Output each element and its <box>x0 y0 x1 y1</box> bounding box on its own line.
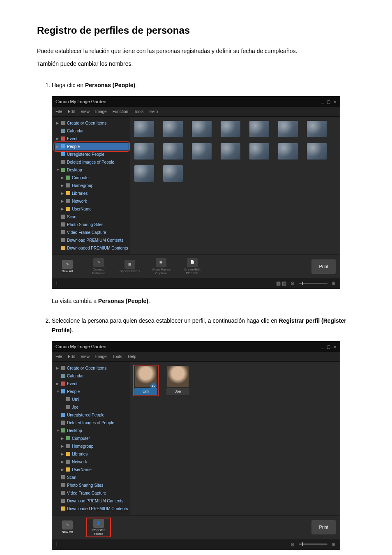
thumbnail[interactable] <box>163 121 183 137</box>
sidebar-username[interactable]: ▶UserName <box>55 466 129 474</box>
menu-tools[interactable]: Tools <box>134 108 143 115</box>
info-icon[interactable]: i <box>56 540 58 548</box>
menu-image[interactable]: Image <box>95 353 107 360</box>
zoom-in-icon[interactable]: ⊕ <box>332 540 336 548</box>
menu-image[interactable]: Image <box>95 108 107 115</box>
zoom-out-icon[interactable]: ⊖ <box>291 279 295 287</box>
sidebar-people[interactable]: ▼People <box>55 388 129 395</box>
sidebar-dled-premium[interactable]: Downloaded PREMIUM Contents <box>55 244 129 252</box>
zoom-slider[interactable] <box>299 543 327 545</box>
video-frame-button[interactable]: ▣ Video Frame Capture <box>150 258 172 275</box>
menu-edit[interactable]: Edit <box>68 108 75 115</box>
menubar[interactable]: File Edit View Image Tools Help <box>52 352 340 362</box>
sidebar-people[interactable]: ▶People <box>55 143 129 150</box>
menu-edit[interactable]: Edit <box>68 353 75 360</box>
close-icon[interactable]: ✕ <box>333 345 337 349</box>
sidebar-dl-premium[interactable]: Download PREMIUM Contents <box>55 497 129 505</box>
person-card-umi[interactable]: 10 Umi <box>134 366 157 395</box>
print-button[interactable]: Print <box>311 520 336 534</box>
thumbnail[interactable] <box>249 121 269 137</box>
thumbnail[interactable] <box>221 143 240 160</box>
minimize-icon[interactable]: _ <box>321 345 324 349</box>
sidebar-video-frame[interactable]: Video Frame Capture <box>55 229 129 236</box>
thumbnail[interactable] <box>163 165 183 182</box>
thumbnail[interactable] <box>134 165 154 182</box>
window-controls[interactable]: _ ▢ ✕ <box>320 98 337 106</box>
thumbnail[interactable] <box>134 143 154 160</box>
correct-enhance-button[interactable]: ✎ Correct/ Enhance <box>88 258 110 275</box>
sidebar-desktop[interactable]: ▼Desktop <box>55 427 129 435</box>
person-card-joe[interactable]: Joe <box>166 366 189 395</box>
sidebar-desktop[interactable]: ▼Desktop <box>55 166 129 174</box>
minimize-icon[interactable]: _ <box>321 99 324 104</box>
sidebar-deleted-people[interactable]: Deleted Images of People <box>55 158 129 166</box>
sidebar-person-joe[interactable]: Joe <box>55 403 129 411</box>
sidebar-homegroup[interactable]: ▶Homegroup <box>55 182 129 190</box>
zoom-in-icon[interactable]: ⊕ <box>332 279 336 287</box>
sidebar-unregistered-people[interactable]: Unregistered People <box>55 150 129 158</box>
thumbnail[interactable] <box>249 143 269 160</box>
people-grid[interactable]: 10 Umi Joe <box>134 366 336 395</box>
menu-file[interactable]: File <box>55 108 62 115</box>
menu-view[interactable]: View <box>81 108 90 115</box>
thumbnail[interactable] <box>163 143 183 160</box>
thumbnail[interactable] <box>278 121 298 137</box>
sidebar-dl-premium[interactable]: Download PREMIUM Contents <box>55 236 129 244</box>
sidebar-username[interactable]: ▶UserName <box>55 205 129 213</box>
special-filters-button[interactable]: ▦ Special Filters <box>119 260 141 273</box>
info-icon[interactable]: i <box>56 279 58 287</box>
menu-help[interactable]: Help <box>128 353 136 360</box>
sidebar-homegroup[interactable]: ▶Homegroup <box>55 442 129 450</box>
menu-function[interactable]: Function <box>113 108 128 115</box>
sidebar-person-umi[interactable]: Umi <box>55 395 129 403</box>
sidebar-network[interactable]: ▶Network <box>55 458 129 466</box>
thumbnail[interactable] <box>278 143 298 160</box>
sidebar-calendar[interactable]: Calendar <box>55 127 129 135</box>
view-mode-icon[interactable]: ▦ ▤ <box>276 279 286 287</box>
sidebar-dled-premium[interactable]: Downloaded PREMIUM Contents <box>55 505 129 513</box>
sidebar-create-open[interactable]: ▶Create or Open Items <box>55 119 129 127</box>
thumbnail-grid[interactable] <box>134 121 336 182</box>
sidebar-photo-sharing[interactable]: Photo Sharing Sites <box>55 481 129 489</box>
homegroup-icon <box>66 444 70 448</box>
sidebar-event[interactable]: ▶Event <box>55 135 129 143</box>
menu-tools[interactable]: Tools <box>113 353 122 360</box>
thumbnail[interactable] <box>192 143 212 160</box>
create-pdf-button[interactable]: 📄 Create/Edit PDF File <box>181 258 203 275</box>
sidebar-calendar[interactable]: Calendar <box>55 372 129 380</box>
register-profile-button[interactable]: 👤 Register Profile <box>88 519 110 536</box>
sidebar-deleted-people[interactable]: Deleted Images of People <box>55 419 129 427</box>
sidebar-video-frame[interactable]: Video Frame Capture <box>55 489 129 497</box>
thumbnail[interactable] <box>134 121 154 137</box>
zoom-slider[interactable] <box>299 283 327 284</box>
sidebar-computer[interactable]: ▶Computer <box>55 435 129 442</box>
sidebar-computer[interactable]: ▶Computer <box>55 174 129 182</box>
close-icon[interactable]: ✕ <box>333 99 337 104</box>
sidebar-scan[interactable]: Scan <box>55 213 129 221</box>
sidebar-libraries[interactable]: ▶Libraries <box>55 450 129 458</box>
sidebar-create-open[interactable]: ▶Create or Open Items <box>55 364 129 372</box>
menu-view[interactable]: View <box>81 353 90 360</box>
sidebar[interactable]: ▶Create or Open Items Calendar ▶Event ▼P… <box>52 362 130 515</box>
thumbnail[interactable] <box>221 121 240 137</box>
thumbnail[interactable] <box>307 143 327 160</box>
menu-help[interactable]: Help <box>149 108 158 115</box>
sidebar-libraries[interactable]: ▶Libraries <box>55 190 129 197</box>
new-art-button[interactable]: ✎ New Art <box>56 260 78 273</box>
sidebar-photo-sharing[interactable]: Photo Sharing Sites <box>55 221 129 229</box>
print-button[interactable]: Print <box>311 259 336 274</box>
sidebar-network[interactable]: ▶Network <box>55 197 129 205</box>
sidebar-unregistered-people[interactable]: Unregistered People <box>55 411 129 419</box>
sidebar-event[interactable]: ▶Event <box>55 380 129 388</box>
thumbnail[interactable] <box>307 121 327 137</box>
menubar[interactable]: File Edit View Image Function Tools Help <box>52 107 340 117</box>
maximize-icon[interactable]: ▢ <box>327 345 330 349</box>
menu-file[interactable]: File <box>55 353 62 360</box>
new-art-button[interactable]: ✎ New Art <box>56 520 78 534</box>
zoom-out-icon[interactable]: ⊖ <box>291 540 295 548</box>
sidebar-scan[interactable]: Scan <box>55 474 129 481</box>
maximize-icon[interactable]: ▢ <box>327 99 330 104</box>
sidebar[interactable]: ▶Create or Open Items Calendar ▶Event ▶P… <box>52 117 130 254</box>
thumbnail[interactable] <box>192 121 212 137</box>
window-controls[interactable]: _ ▢ ✕ <box>320 343 337 351</box>
